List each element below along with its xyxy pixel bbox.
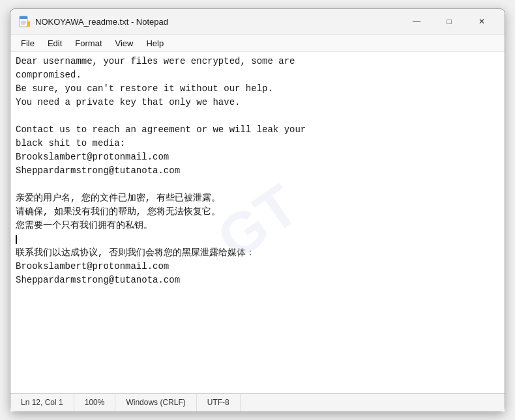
text-editor-area[interactable]: GT Dear usernamme, your files were encry…: [10, 52, 505, 393]
title-bar: NOKOYAWA_readme.txt - Notepad — □ ✕: [10, 9, 505, 35]
cursor-position: Ln 12, Col 1: [10, 394, 74, 412]
menu-file[interactable]: File: [16, 36, 40, 50]
svg-rect-1: [20, 16, 27, 19]
window-controls: — □ ✕: [402, 12, 497, 31]
notepad-window: NOKOYAWA_readme.txt - Notepad — □ ✕ File…: [10, 8, 505, 412]
minimize-button[interactable]: —: [402, 12, 432, 31]
content-text2: 联系我们以达成协议, 否则我们会将您的黑屎泄露给媒体： Brookslamber…: [16, 247, 255, 285]
menu-help[interactable]: Help: [141, 36, 169, 50]
line-ending: Windows (CRLF): [115, 394, 196, 412]
menu-edit[interactable]: Edit: [42, 36, 67, 50]
window-title: NOKOYAWA_readme.txt - Notepad: [35, 17, 168, 27]
zoom-level: 100%: [74, 394, 116, 412]
maximize-button[interactable]: □: [434, 12, 464, 31]
menu-bar: File Edit Format View Help: [10, 35, 505, 52]
status-bar: Ln 12, Col 1 100% Windows (CRLF) UTF-8: [10, 393, 505, 412]
close-button[interactable]: ✕: [467, 12, 497, 31]
content-text: Dear usernamme, your files were encrypte…: [16, 56, 306, 231]
editor-text[interactable]: Dear usernamme, your files were encrypte…: [16, 55, 499, 287]
notepad-icon: [18, 16, 30, 27]
title-bar-left: NOKOYAWA_readme.txt - Notepad: [18, 16, 168, 27]
menu-format[interactable]: Format: [70, 36, 107, 50]
text-cursor: [16, 235, 17, 244]
encoding: UTF-8: [197, 394, 241, 412]
menu-view[interactable]: View: [110, 36, 139, 50]
